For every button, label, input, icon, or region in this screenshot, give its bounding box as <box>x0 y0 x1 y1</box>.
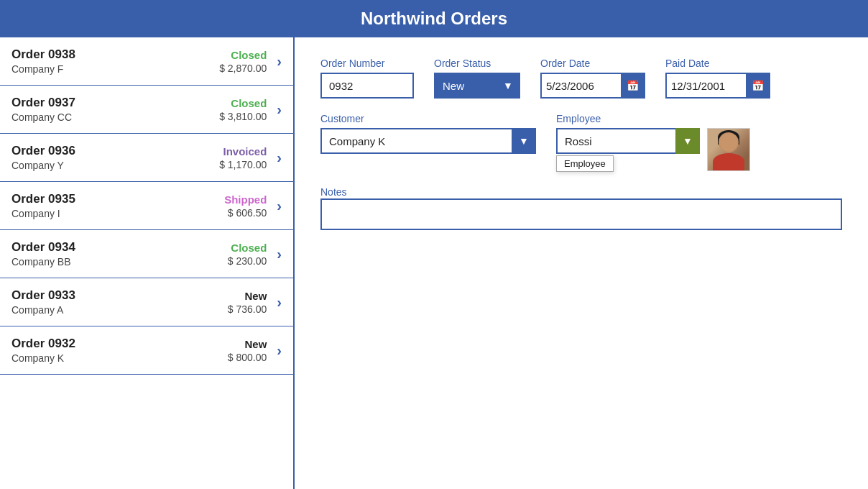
order-status-select[interactable]: New Shipped Invoiced Closed <box>434 73 520 99</box>
employee-select-wrapper: ▼ <box>556 128 700 154</box>
order-status-badge: Shipped <box>224 193 267 206</box>
order-title: Order 0932 <box>11 337 228 351</box>
order-chevron-icon: › <box>277 342 282 359</box>
main-body: Order 0938 Company F Closed $ 2,870.00 ›… <box>0 37 868 489</box>
order-info: Order 0933 Company A <box>11 288 228 316</box>
employee-section: ▼ Employee <box>556 128 750 171</box>
order-title: Order 0935 <box>11 192 224 206</box>
order-list-item[interactable]: Order 0937 Company CC Closed $ 3,810.00 … <box>0 86 293 134</box>
order-number-label: Order Number <box>320 58 414 69</box>
order-right: Closed $ 230.00 <box>228 242 267 267</box>
detail-panel: Order Number Order Status New Shipped In… <box>295 37 868 489</box>
order-list-item[interactable]: Order 0936 Company Y Invoiced $ 1,170.00… <box>0 134 293 182</box>
order-date-input[interactable] <box>542 76 621 96</box>
customer-label: Customer <box>320 113 536 124</box>
customer-select[interactable]: Company A Company BB Company CC Company … <box>320 128 536 154</box>
order-status-select-wrapper: New Shipped Invoiced Closed ▼ <box>434 73 520 99</box>
app-header: Northwind Orders <box>0 0 868 37</box>
order-title: Order 0933 <box>11 288 228 303</box>
order-right: New $ 800.00 <box>228 338 267 363</box>
employee-photo-body <box>713 153 744 170</box>
order-list-item[interactable]: Order 0938 Company F Closed $ 2,870.00 › <box>0 37 293 86</box>
order-chevron-icon: › <box>277 150 282 166</box>
order-chevron-icon: › <box>277 101 282 118</box>
order-title: Order 0936 <box>11 144 219 158</box>
order-title: Order 0938 <box>11 47 219 62</box>
order-status-badge: New <box>228 338 267 350</box>
order-list-item[interactable]: Order 0934 Company BB Closed $ 230.00 › <box>0 230 293 278</box>
customer-group: Customer Company A Company BB Company CC… <box>320 113 536 154</box>
order-title: Order 0934 <box>11 240 228 255</box>
order-info: Order 0937 Company CC <box>11 96 219 123</box>
order-amount: $ 606.50 <box>224 207 267 219</box>
order-company: Company F <box>11 63 219 75</box>
orders-list: Order 0938 Company F Closed $ 2,870.00 ›… <box>0 37 293 375</box>
order-status-badge: Closed <box>228 242 267 254</box>
order-number-group: Order Number <box>320 58 414 99</box>
notes-label: Notes <box>320 186 347 198</box>
order-status-badge: Closed <box>219 49 267 61</box>
order-status-badge: Closed <box>219 97 267 109</box>
form-row-1: Order Number Order Status New Shipped In… <box>320 58 842 99</box>
order-status-group: Order Status New Shipped Invoiced Closed… <box>434 58 520 99</box>
order-date-wrapper: 📅 <box>540 73 645 99</box>
order-company: Company I <box>11 208 224 219</box>
employee-group: Employee ▼ Employee <box>556 113 750 171</box>
paid-date-input[interactable] <box>667 76 746 96</box>
employee-dropdown-button[interactable]: ▼ <box>675 128 700 154</box>
order-company: Company CC <box>11 111 219 123</box>
order-title: Order 0937 <box>11 96 219 110</box>
order-amount: $ 1,170.00 <box>219 159 267 170</box>
order-amount: $ 736.00 <box>228 303 267 315</box>
employee-tooltip: Employee <box>556 155 614 172</box>
order-date-group: Order Date 📅 <box>540 58 645 99</box>
order-amount: $ 230.00 <box>228 255 267 267</box>
calendar-icon: 📅 <box>627 80 639 91</box>
notes-input[interactable] <box>320 198 842 230</box>
app-container: Northwind Orders Order 0938 Company F Cl… <box>0 0 868 489</box>
order-chevron-icon: › <box>277 53 282 70</box>
order-right: Closed $ 3,810.00 <box>219 97 267 122</box>
order-list-item[interactable]: Order 0935 Company I Shipped $ 606.50 › <box>0 182 293 230</box>
order-info: Order 0938 Company F <box>11 47 219 75</box>
order-chevron-icon: › <box>277 246 282 262</box>
order-date-picker-button[interactable]: 📅 <box>621 74 644 97</box>
paid-date-picker-button[interactable]: 📅 <box>746 74 769 97</box>
order-chevron-icon: › <box>277 294 282 311</box>
order-chevron-icon: › <box>277 198 282 214</box>
form-row-2: Customer Company A Company BB Company CC… <box>320 113 842 171</box>
order-right: New $ 736.00 <box>228 290 267 315</box>
employee-chevron-icon: ▼ <box>683 135 693 147</box>
order-info: Order 0936 Company Y <box>11 144 219 171</box>
order-company: Company K <box>11 352 228 364</box>
employee-input-area: ▼ Employee <box>556 128 700 154</box>
order-company: Company Y <box>11 160 219 171</box>
order-list-item[interactable]: Order 0932 Company K New $ 800.00 › <box>0 326 293 375</box>
paid-date-label: Paid Date <box>665 58 770 69</box>
calendar-icon-2: 📅 <box>752 80 764 91</box>
order-right: Shipped $ 606.50 <box>224 193 267 219</box>
order-status-badge: Invoiced <box>219 145 267 157</box>
paid-date-wrapper: 📅 <box>665 73 770 99</box>
order-info: Order 0935 Company I <box>11 192 224 219</box>
order-company: Company A <box>11 304 228 316</box>
order-number-input[interactable] <box>320 73 414 99</box>
employee-photo-inner <box>708 129 749 170</box>
orders-list-panel: Order 0938 Company F Closed $ 2,870.00 ›… <box>0 37 295 489</box>
paid-date-group: Paid Date 📅 <box>665 58 770 99</box>
order-amount: $ 3,810.00 <box>219 111 267 122</box>
order-right: Invoiced $ 1,170.00 <box>219 145 267 170</box>
order-info: Order 0932 Company K <box>11 337 228 364</box>
employee-label: Employee <box>556 113 750 124</box>
order-company: Company BB <box>11 256 228 268</box>
order-status-badge: New <box>228 290 267 302</box>
employee-photo-head <box>719 132 739 152</box>
order-right: Closed $ 2,870.00 <box>219 49 267 74</box>
employee-photo <box>707 128 750 171</box>
customer-select-wrapper: Company A Company BB Company CC Company … <box>320 128 536 154</box>
app-title: Northwind Orders <box>361 9 507 28</box>
order-list-item[interactable]: Order 0933 Company A New $ 736.00 › <box>0 278 293 326</box>
order-status-label: Order Status <box>434 58 520 69</box>
notes-section: Notes <box>320 186 842 233</box>
order-amount: $ 800.00 <box>228 352 267 363</box>
